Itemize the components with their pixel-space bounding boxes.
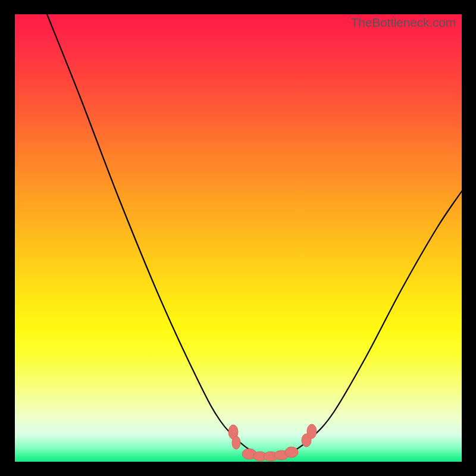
data-marker — [232, 436, 240, 449]
plot-area: TheBottleneck.com — [15, 14, 462, 462]
data-marker — [285, 447, 298, 458]
chart-svg — [15, 14, 462, 462]
data-marker — [307, 424, 317, 439]
marker-group — [228, 424, 317, 461]
bottleneck-curve — [47, 14, 462, 456]
